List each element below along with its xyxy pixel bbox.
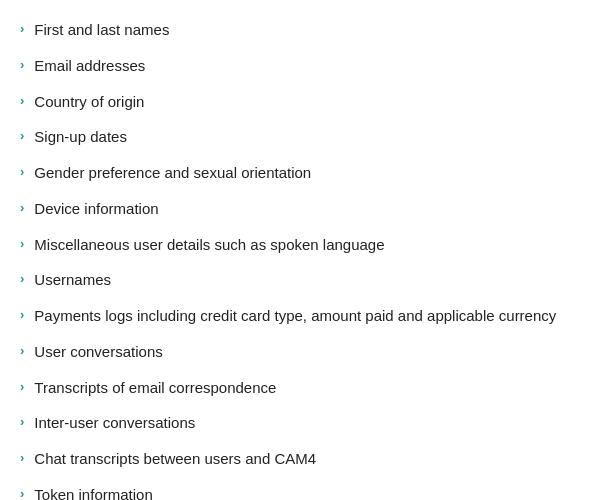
item-label: User conversations (34, 341, 162, 363)
chevron-icon: › (20, 270, 24, 289)
list-item-token-information: ›Token information (16, 477, 594, 500)
chevron-icon: › (20, 56, 24, 75)
list-item-usernames: ›Usernames (16, 262, 594, 298)
chevron-icon: › (20, 306, 24, 325)
item-label: Usernames (34, 269, 111, 291)
chevron-icon: › (20, 20, 24, 39)
chevron-icon: › (20, 342, 24, 361)
chevron-icon: › (20, 127, 24, 146)
item-label: Gender preference and sexual orientation (34, 162, 311, 184)
chevron-icon: › (20, 378, 24, 397)
list-item-sign-up-dates: ›Sign-up dates (16, 119, 594, 155)
list-item-user-conversations: ›User conversations (16, 334, 594, 370)
list-item-transcripts-email: ›Transcripts of email correspondence (16, 370, 594, 406)
item-label: Chat transcripts between users and CAM4 (34, 448, 316, 470)
list-item-payment-logs: ›Payments logs including credit card typ… (16, 298, 594, 334)
item-label: Payments logs including credit card type… (34, 305, 556, 327)
list-item-country-of-origin: ›Country of origin (16, 84, 594, 120)
item-label: Inter-user conversations (34, 412, 195, 434)
chevron-icon: › (20, 449, 24, 468)
item-label: First and last names (34, 19, 169, 41)
chevron-icon: › (20, 199, 24, 218)
list-item-chat-transcripts: ›Chat transcripts between users and CAM4 (16, 441, 594, 477)
chevron-icon: › (20, 235, 24, 254)
data-list: ›First and last names›Email addresses›Co… (16, 12, 594, 500)
chevron-icon: › (20, 92, 24, 111)
list-item-device-information: ›Device information (16, 191, 594, 227)
item-label: Token information (34, 484, 152, 500)
list-item-email-addresses: ›Email addresses (16, 48, 594, 84)
chevron-icon: › (20, 413, 24, 432)
item-label: Email addresses (34, 55, 145, 77)
item-label: Sign-up dates (34, 126, 127, 148)
item-label: Device information (34, 198, 158, 220)
list-item-first-last-names: ›First and last names (16, 12, 594, 48)
item-label: Miscellaneous user details such as spoke… (34, 234, 384, 256)
list-item-misc-user-details: ›Miscellaneous user details such as spok… (16, 227, 594, 263)
list-item-inter-user-conversations: ›Inter-user conversations (16, 405, 594, 441)
list-item-gender-preference: ›Gender preference and sexual orientatio… (16, 155, 594, 191)
item-label: Transcripts of email correspondence (34, 377, 276, 399)
chevron-icon: › (20, 485, 24, 500)
item-label: Country of origin (34, 91, 144, 113)
chevron-icon: › (20, 163, 24, 182)
